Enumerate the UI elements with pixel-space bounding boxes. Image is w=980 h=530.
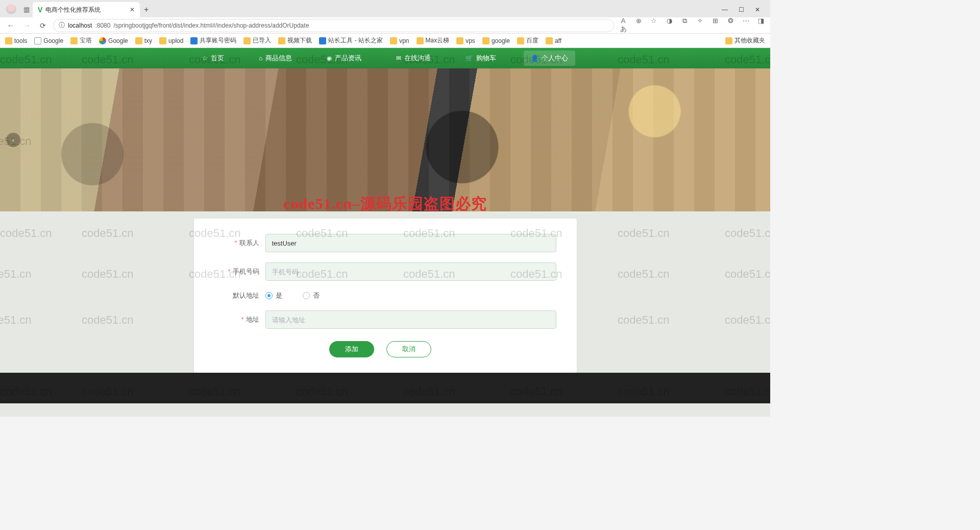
folder-icon [70,37,78,44]
bookmark-item[interactable]: Max云梯 [416,36,450,45]
folder-icon [416,37,424,44]
bookmark-item[interactable]: google [482,37,510,44]
folder-icon [725,37,732,44]
nav-cart[interactable]: 🛒购物车 [458,51,503,66]
folder-icon [135,37,142,44]
info-icon: ◉ [327,55,332,62]
forward-icon[interactable]: → [21,21,33,30]
default-label: 默认地址 [204,291,265,300]
phone-input[interactable] [265,262,556,281]
bookmark-item[interactable]: Google [99,37,128,44]
refresh-icon[interactable]: ⟳ [38,21,48,30]
zoom-icon[interactable]: ⊕ [634,17,643,34]
bookmark-item[interactable]: vpn [390,37,409,44]
folder-icon [456,37,463,44]
banner-carousel[interactable]: ‹ code51.cn–源码乐园盗图必究 [0,68,770,211]
close-tab-icon[interactable]: ✕ [130,6,135,13]
carousel-prev-icon[interactable]: ‹ [6,133,20,147]
nav-news[interactable]: ◉产品资讯 [320,51,369,66]
translate-icon[interactable]: Aあ [619,17,627,34]
window-titlebar: ▥ V 电商个性化推荐系统 ✕ + — ☐ ✕ [0,0,770,17]
folder-icon [159,37,166,44]
browser-toolbar: ← → ⟳ ⓘ localhost:8080/springbootjgqfe/f… [0,17,770,34]
url-host: localhost [68,22,92,29]
radio-no[interactable]: 否 [303,291,320,300]
radio-dot-icon [303,292,310,299]
bookmark-item[interactable]: txy [135,37,152,44]
extension2-icon[interactable]: ✧ [696,17,704,34]
tab-title: 电商个性化推荐系统 [45,6,101,14]
tablist-icon[interactable]: ▥ [22,5,31,13]
phone-label: *手机号码 [204,267,265,276]
contact-label: *联系人 [204,238,265,248]
address-label: *地址 [204,315,265,324]
bookmark-item[interactable]: 宝塔 [70,36,92,45]
chat-icon: ✉ [396,55,401,62]
site-nav: ☆首页 ⌂商品信息 ◉产品资讯 ✉在线沟通 🛒购物车 👤个人中心 [0,48,770,68]
maximize-icon[interactable]: ☐ [738,6,745,13]
profile-avatar-icon[interactable] [6,4,16,14]
bookmark-item[interactable]: tools [5,37,27,44]
nav-goods[interactable]: ⌂商品信息 [252,51,299,66]
page-footer [0,373,770,403]
radio-dot-icon [265,292,273,299]
extension1-icon[interactable]: ◑ [665,17,673,34]
collections-icon[interactable]: ⧉ [680,17,689,34]
browser-tab[interactable]: V 电商个性化推荐系统 ✕ [33,2,140,17]
bookmark-item[interactable]: 站长工具 - 站长之家 [319,36,383,45]
nav-home[interactable]: ☆首页 [195,51,231,66]
cart-icon: 🛒 [465,55,473,62]
folder-icon [243,37,251,44]
home-icon: ⌂ [259,55,262,62]
new-tab-button[interactable]: + [144,5,149,14]
folder-icon [517,37,524,44]
address-bar[interactable]: ⓘ localhost:8080/springbootjgqfe/front/d… [53,19,614,32]
contact-input[interactable] [265,234,556,252]
bookmarks-bar: tools Google 宝塔 Google txy uplod 共享账号密码 … [0,34,770,48]
site-icon [319,37,326,44]
folder-icon [482,37,489,44]
sidebar-icon[interactable]: ◨ [757,17,765,34]
nav-user-center[interactable]: 👤个人中心 [524,51,575,66]
extension4-icon[interactable]: ❂ [726,17,734,34]
bookmark-item[interactable]: aff [546,37,561,44]
page-viewport: ☆首页 ⌂商品信息 ◉产品资讯 ✉在线沟通 🛒购物车 👤个人中心 ‹ code5… [0,48,770,417]
cancel-button[interactable]: 取消 [386,341,431,357]
address-form-card: *联系人 *手机号码 默认地址 是 否 *地址 添加 取消 [194,219,577,373]
bookmark-item[interactable]: 共享账号密码 [190,36,236,45]
radio-yes[interactable]: 是 [265,291,282,300]
site-info-icon[interactable]: ⓘ [59,21,65,30]
bookmark-item[interactable]: vps [456,37,475,44]
bookmark-item[interactable]: uplod [159,37,183,44]
other-bookmarks[interactable]: 其他收藏夹 [725,36,765,45]
user-icon: 👤 [531,55,538,62]
folder-icon [5,37,12,44]
bookmark-item[interactable]: Google [34,37,63,44]
google-icon [99,37,106,44]
submit-button[interactable]: 添加 [329,341,374,357]
site-icon [190,37,198,44]
page-icon [34,37,41,44]
folder-icon [546,37,553,44]
menu-icon[interactable]: ⋯ [742,17,750,34]
nav-chat[interactable]: ✉在线沟通 [389,51,438,66]
vue-favicon-icon: V [38,6,42,14]
close-window-icon[interactable]: ✕ [754,6,761,13]
favorite-icon[interactable]: ☆ [650,17,658,34]
bookmark-item[interactable]: 已导入 [243,36,271,45]
bookmark-item[interactable]: 视频下载 [278,36,312,45]
url-path: /springbootjgqfe/front/dist/index.html#/… [113,22,309,29]
extension3-icon[interactable]: ⊞ [711,17,719,34]
bookmark-item[interactable]: 百度 [517,36,538,45]
watermark-red-text: code51.cn–源码乐园盗图必究 [283,194,487,211]
folder-icon [278,37,285,44]
minimize-icon[interactable]: — [721,6,728,13]
back-icon[interactable]: ← [5,21,16,30]
address-input[interactable] [265,310,556,329]
folder-icon [390,37,397,44]
url-port: :8080 [95,22,110,29]
star-icon: ☆ [202,55,208,62]
